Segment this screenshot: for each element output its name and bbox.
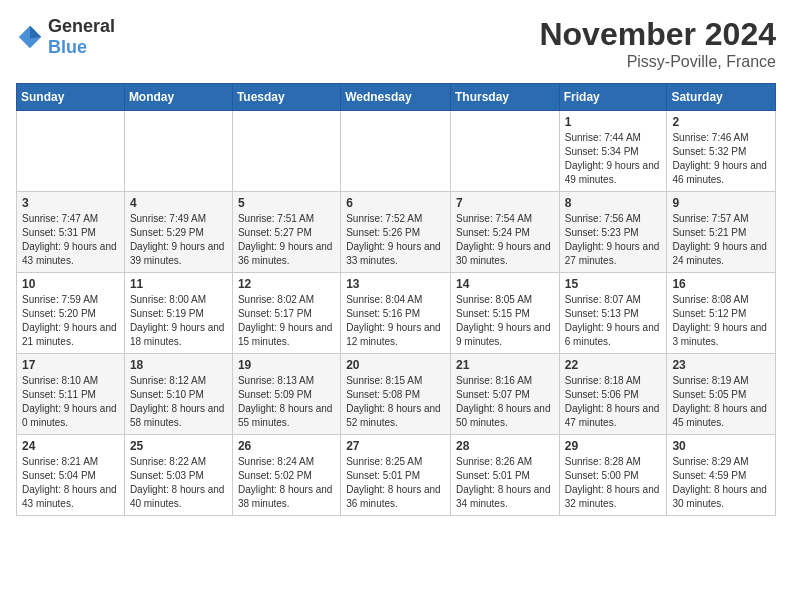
day-info: Sunrise: 7:51 AMSunset: 5:27 PMDaylight:… — [238, 212, 335, 268]
day-info: Sunrise: 7:47 AMSunset: 5:31 PMDaylight:… — [22, 212, 119, 268]
header-thursday: Thursday — [450, 84, 559, 111]
day-info: Sunrise: 7:56 AMSunset: 5:23 PMDaylight:… — [565, 212, 662, 268]
table-row: 15 Sunrise: 8:07 AMSunset: 5:13 PMDaylig… — [559, 273, 667, 354]
table-row — [341, 111, 451, 192]
calendar: Sunday Monday Tuesday Wednesday Thursday… — [16, 83, 776, 516]
table-row: 4 Sunrise: 7:49 AMSunset: 5:29 PMDayligh… — [124, 192, 232, 273]
day-info: Sunrise: 8:28 AMSunset: 5:00 PMDaylight:… — [565, 455, 662, 511]
day-number: 14 — [456, 277, 554, 291]
day-info: Sunrise: 8:29 AMSunset: 4:59 PMDaylight:… — [672, 455, 770, 511]
day-info: Sunrise: 8:04 AMSunset: 5:16 PMDaylight:… — [346, 293, 445, 349]
table-row: 27 Sunrise: 8:25 AMSunset: 5:01 PMDaylig… — [341, 435, 451, 516]
table-row: 1 Sunrise: 7:44 AMSunset: 5:34 PMDayligh… — [559, 111, 667, 192]
header-saturday: Saturday — [667, 84, 776, 111]
table-row: 22 Sunrise: 8:18 AMSunset: 5:06 PMDaylig… — [559, 354, 667, 435]
day-number: 28 — [456, 439, 554, 453]
day-number: 29 — [565, 439, 662, 453]
table-row: 14 Sunrise: 8:05 AMSunset: 5:15 PMDaylig… — [450, 273, 559, 354]
table-row: 10 Sunrise: 7:59 AMSunset: 5:20 PMDaylig… — [17, 273, 125, 354]
table-row: 6 Sunrise: 7:52 AMSunset: 5:26 PMDayligh… — [341, 192, 451, 273]
day-number: 9 — [672, 196, 770, 210]
calendar-week-row: 1 Sunrise: 7:44 AMSunset: 5:34 PMDayligh… — [17, 111, 776, 192]
day-number: 21 — [456, 358, 554, 372]
header-wednesday: Wednesday — [341, 84, 451, 111]
day-info: Sunrise: 8:19 AMSunset: 5:05 PMDaylight:… — [672, 374, 770, 430]
table-row — [450, 111, 559, 192]
table-row: 29 Sunrise: 8:28 AMSunset: 5:00 PMDaylig… — [559, 435, 667, 516]
day-info: Sunrise: 8:22 AMSunset: 5:03 PMDaylight:… — [130, 455, 227, 511]
day-number: 15 — [565, 277, 662, 291]
day-number: 19 — [238, 358, 335, 372]
month-title: November 2024 — [539, 16, 776, 53]
day-number: 13 — [346, 277, 445, 291]
day-number: 20 — [346, 358, 445, 372]
day-number: 10 — [22, 277, 119, 291]
day-number: 27 — [346, 439, 445, 453]
day-number: 3 — [22, 196, 119, 210]
table-row: 11 Sunrise: 8:00 AMSunset: 5:19 PMDaylig… — [124, 273, 232, 354]
day-number: 22 — [565, 358, 662, 372]
day-number: 6 — [346, 196, 445, 210]
day-info: Sunrise: 8:07 AMSunset: 5:13 PMDaylight:… — [565, 293, 662, 349]
table-row: 26 Sunrise: 8:24 AMSunset: 5:02 PMDaylig… — [232, 435, 340, 516]
table-row: 5 Sunrise: 7:51 AMSunset: 5:27 PMDayligh… — [232, 192, 340, 273]
day-info: Sunrise: 7:44 AMSunset: 5:34 PMDaylight:… — [565, 131, 662, 187]
day-number: 4 — [130, 196, 227, 210]
day-number: 8 — [565, 196, 662, 210]
day-number: 23 — [672, 358, 770, 372]
header-friday: Friday — [559, 84, 667, 111]
logo-blue: Blue — [48, 37, 87, 57]
day-info: Sunrise: 8:13 AMSunset: 5:09 PMDaylight:… — [238, 374, 335, 430]
day-info: Sunrise: 7:49 AMSunset: 5:29 PMDaylight:… — [130, 212, 227, 268]
day-info: Sunrise: 8:08 AMSunset: 5:12 PMDaylight:… — [672, 293, 770, 349]
table-row: 17 Sunrise: 8:10 AMSunset: 5:11 PMDaylig… — [17, 354, 125, 435]
table-row: 12 Sunrise: 8:02 AMSunset: 5:17 PMDaylig… — [232, 273, 340, 354]
day-number: 17 — [22, 358, 119, 372]
day-info: Sunrise: 7:46 AMSunset: 5:32 PMDaylight:… — [672, 131, 770, 187]
day-info: Sunrise: 7:59 AMSunset: 5:20 PMDaylight:… — [22, 293, 119, 349]
day-info: Sunrise: 8:24 AMSunset: 5:02 PMDaylight:… — [238, 455, 335, 511]
table-row — [17, 111, 125, 192]
day-info: Sunrise: 8:21 AMSunset: 5:04 PMDaylight:… — [22, 455, 119, 511]
day-info: Sunrise: 8:02 AMSunset: 5:17 PMDaylight:… — [238, 293, 335, 349]
day-number: 24 — [22, 439, 119, 453]
table-row: 18 Sunrise: 8:12 AMSunset: 5:10 PMDaylig… — [124, 354, 232, 435]
day-number: 25 — [130, 439, 227, 453]
title-block: November 2024 Pissy-Poville, France — [539, 16, 776, 71]
day-info: Sunrise: 8:16 AMSunset: 5:07 PMDaylight:… — [456, 374, 554, 430]
location-title: Pissy-Poville, France — [539, 53, 776, 71]
logo-general: General — [48, 16, 115, 36]
table-row: 13 Sunrise: 8:04 AMSunset: 5:16 PMDaylig… — [341, 273, 451, 354]
day-info: Sunrise: 7:52 AMSunset: 5:26 PMDaylight:… — [346, 212, 445, 268]
day-info: Sunrise: 8:12 AMSunset: 5:10 PMDaylight:… — [130, 374, 227, 430]
table-row: 30 Sunrise: 8:29 AMSunset: 4:59 PMDaylig… — [667, 435, 776, 516]
day-info: Sunrise: 8:18 AMSunset: 5:06 PMDaylight:… — [565, 374, 662, 430]
table-row: 24 Sunrise: 8:21 AMSunset: 5:04 PMDaylig… — [17, 435, 125, 516]
day-info: Sunrise: 8:05 AMSunset: 5:15 PMDaylight:… — [456, 293, 554, 349]
day-info: Sunrise: 7:57 AMSunset: 5:21 PMDaylight:… — [672, 212, 770, 268]
day-info: Sunrise: 8:10 AMSunset: 5:11 PMDaylight:… — [22, 374, 119, 430]
table-row: 28 Sunrise: 8:26 AMSunset: 5:01 PMDaylig… — [450, 435, 559, 516]
table-row: 9 Sunrise: 7:57 AMSunset: 5:21 PMDayligh… — [667, 192, 776, 273]
logo: General Blue — [16, 16, 115, 58]
table-row: 23 Sunrise: 8:19 AMSunset: 5:05 PMDaylig… — [667, 354, 776, 435]
page-header: General Blue November 2024 Pissy-Poville… — [16, 16, 776, 71]
day-number: 18 — [130, 358, 227, 372]
day-number: 2 — [672, 115, 770, 129]
day-number: 30 — [672, 439, 770, 453]
table-row: 2 Sunrise: 7:46 AMSunset: 5:32 PMDayligh… — [667, 111, 776, 192]
table-row: 8 Sunrise: 7:56 AMSunset: 5:23 PMDayligh… — [559, 192, 667, 273]
calendar-week-row: 10 Sunrise: 7:59 AMSunset: 5:20 PMDaylig… — [17, 273, 776, 354]
day-number: 11 — [130, 277, 227, 291]
header-monday: Monday — [124, 84, 232, 111]
svg-marker-1 — [30, 26, 41, 39]
day-number: 7 — [456, 196, 554, 210]
day-number: 5 — [238, 196, 335, 210]
table-row: 19 Sunrise: 8:13 AMSunset: 5:09 PMDaylig… — [232, 354, 340, 435]
header-tuesday: Tuesday — [232, 84, 340, 111]
table-row — [124, 111, 232, 192]
calendar-week-row: 17 Sunrise: 8:10 AMSunset: 5:11 PMDaylig… — [17, 354, 776, 435]
table-row: 16 Sunrise: 8:08 AMSunset: 5:12 PMDaylig… — [667, 273, 776, 354]
day-info: Sunrise: 8:15 AMSunset: 5:08 PMDaylight:… — [346, 374, 445, 430]
day-number: 16 — [672, 277, 770, 291]
